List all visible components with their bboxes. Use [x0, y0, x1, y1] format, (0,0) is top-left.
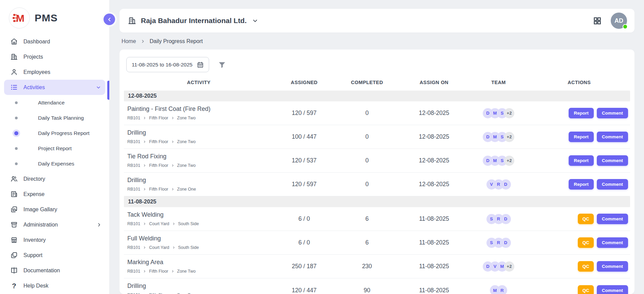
sidebar-item-label: Directory	[23, 176, 45, 182]
qc-button[interactable]: QC	[578, 237, 593, 248]
sidebar-item-expense[interactable]: Expense	[0, 187, 109, 202]
sidebar-subitem-attendance[interactable]: Attendance	[0, 95, 109, 110]
filter-funnel-icon[interactable]	[218, 61, 226, 69]
breadcrumb: Home Daily Progress Report	[119, 33, 634, 50]
team-extra-badge: +2	[504, 156, 514, 166]
path-segment: Fifth Floor	[149, 187, 168, 192]
comment-button[interactable]: Comment	[597, 108, 628, 118]
activity-title: Drilling	[127, 129, 271, 136]
assigned-value: 120 / 597	[274, 181, 335, 188]
chevron-right-icon	[172, 222, 176, 226]
sidebar-item-dashboard[interactable]: Dashboard	[0, 34, 109, 49]
chevron-right-icon	[143, 246, 146, 249]
activity-path: RB101Court YardSouth Side	[127, 221, 271, 226]
path-segment: Zone Two	[177, 116, 196, 120]
report-button[interactable]: Report	[569, 108, 594, 118]
sidebar-subitem-daily-task-planning[interactable]: Daily Task Planning	[0, 110, 109, 125]
table-row: Tack WeldingRB101Court YardSouth Side6 /…	[124, 207, 630, 231]
sidebar-subitem-daily-expenses[interactable]: Daily Expenses	[0, 156, 109, 171]
sidebar-collapse-button[interactable]	[104, 14, 115, 25]
sidebar-item-employees[interactable]: Employees	[0, 64, 109, 80]
comment-button[interactable]: Comment	[597, 261, 628, 272]
assigned-value: 100 / 447	[274, 133, 335, 140]
comment-button[interactable]: Comment	[597, 214, 628, 224]
column-header-team: TEAM	[469, 80, 528, 85]
report-button[interactable]: Report	[569, 155, 594, 166]
comment-button[interactable]: Comment	[597, 155, 628, 166]
team-cell: DMS+2	[469, 156, 528, 166]
breadcrumb-home[interactable]: Home	[122, 38, 136, 44]
comment-button[interactable]: Comment	[597, 285, 628, 294]
sidebar-item-inventory[interactable]: Inventory	[0, 232, 109, 248]
team-cell: DVM+2	[469, 261, 528, 272]
sidebar-item-support[interactable]: Support	[0, 248, 109, 263]
people-icon	[10, 175, 18, 183]
sidebar-item-documentation[interactable]: Documentation	[0, 263, 109, 278]
activity-cell: Tie Rod FixingRB101Fifth FloorZone Two	[124, 150, 274, 172]
home-icon	[10, 38, 18, 45]
team-cell: SRD	[469, 238, 528, 248]
topbar-right: AD	[593, 13, 627, 29]
activity-path: RB101Fifth FloorZone Two	[127, 116, 271, 120]
report-button[interactable]: Report	[569, 132, 594, 142]
path-segment: Zone Two	[177, 269, 196, 274]
help-icon: ?	[10, 282, 18, 290]
sidebar-item-image-gallary[interactable]: Image Gallary	[0, 202, 109, 217]
activity-path: RB101Fifth FloorZone Two	[127, 163, 271, 168]
building-icon	[128, 16, 136, 25]
activity-cell: DrillingRB101Fifth FloorZone Two	[124, 279, 274, 294]
team-member-badge: D	[501, 179, 511, 190]
assign-on-date: 11-08-2025	[399, 287, 469, 294]
company-selector[interactable]: Raja Bahadur International Ltd.	[128, 16, 258, 25]
table-header-row: ACTIVITYASSIGNEDCOMPLETEDASSIGN ONTEAMAC…	[124, 76, 630, 91]
apps-grid-icon[interactable]	[593, 16, 602, 25]
qc-button[interactable]: QC	[578, 261, 593, 272]
sidebar-item-label: Inventory	[23, 237, 46, 243]
assigned-value: 6 / 0	[274, 215, 335, 222]
qc-button[interactable]: QC	[578, 285, 593, 294]
chevron-right-icon	[143, 188, 146, 191]
actions-cell: ReportComment	[528, 108, 630, 118]
sidebar-item-activities[interactable]: Activities	[4, 80, 105, 95]
chevron-right-icon	[141, 39, 145, 44]
actions-cell: QCComment	[528, 237, 630, 248]
report-button[interactable]: Report	[569, 179, 594, 190]
person-icon	[10, 68, 18, 76]
comment-button[interactable]: Comment	[597, 179, 628, 190]
qc-button[interactable]: QC	[578, 214, 593, 224]
comment-button[interactable]: Comment	[597, 132, 628, 142]
activity-path: RB101Fifth FloorZone One	[127, 187, 271, 192]
actions-cell: ReportComment	[528, 155, 630, 166]
sidebar: M PMS DashboardProjectsEmployeesActiviti…	[0, 0, 110, 294]
team-cell: MR	[469, 285, 528, 294]
team-member-badge: R	[497, 285, 507, 294]
sidebar-item-projects[interactable]: Projects	[0, 49, 109, 64]
user-avatar[interactable]: AD	[611, 13, 627, 29]
column-header-actions: ACTIONS	[528, 80, 630, 85]
logo-row: M PMS	[0, 0, 109, 33]
sidebar-item-label: Support	[23, 252, 42, 258]
column-header-assigned: ASSIGNED	[274, 80, 335, 85]
sidebar-subitem-project-report[interactable]: Project Report	[0, 141, 109, 156]
chevron-down-icon	[96, 85, 101, 90]
chevron-right-icon	[96, 222, 102, 228]
bullet-icon	[15, 117, 18, 119]
sidebar-subitem-daily-progress-report[interactable]: Daily Progress Report	[0, 125, 109, 141]
path-segment: South Side	[178, 221, 199, 226]
path-segment: RB101	[127, 139, 140, 144]
sidebar-item-administration[interactable]: Administration	[0, 217, 109, 232]
sidebar-item-label: Image Gallary	[23, 207, 57, 213]
sidebar-item-directory[interactable]: Directory	[0, 171, 109, 187]
activity-cell: Full WeldingRB101Court YardSouth Side	[124, 232, 274, 254]
sidebar-item-label: Employees	[23, 69, 50, 75]
team-extra-badge: +2	[504, 108, 514, 118]
comment-button[interactable]: Comment	[597, 237, 628, 248]
activity-cell: DrillingRB101Fifth FloorZone One	[124, 173, 274, 196]
sidebar-item-help-desk[interactable]: ?Help Desk	[0, 278, 109, 293]
sidebar-subitem-label: Daily Progress Report	[38, 130, 90, 136]
table-row: Painting - First Coat (Fire Red)RB101Fif…	[124, 101, 630, 125]
bullet-icon	[15, 162, 18, 165]
path-segment: RB101	[127, 293, 140, 294]
completed-value: 6	[335, 215, 399, 222]
date-range-input[interactable]: 11-08-2025 to 16-08-2025	[126, 57, 209, 72]
